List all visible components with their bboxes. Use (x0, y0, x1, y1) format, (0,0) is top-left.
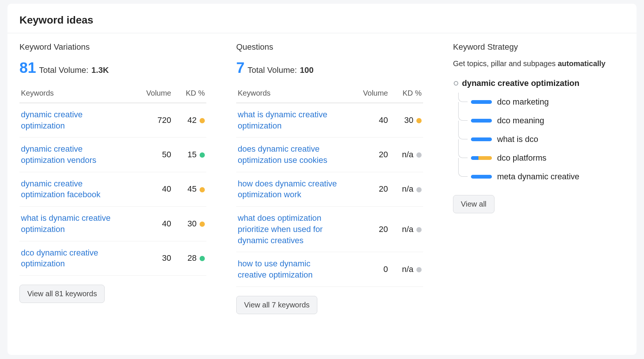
th-kd: KD % (173, 85, 206, 103)
keyword-ideas-card: Keyword ideas Keyword Variations 81 Tota… (7, 4, 637, 355)
questions-column: Questions 7 Total Volume: 100 Keywords V… (236, 42, 423, 314)
kd-value: 28 (188, 253, 197, 263)
keyword-link[interactable]: what is dynamic creative optimization (238, 109, 339, 131)
table-row: how does dynamic creative optimization w… (236, 172, 423, 206)
strategy-children: dco marketingdco meaningwhat is dcodco p… (456, 93, 625, 186)
keyword-link[interactable]: dynamic creative optimization (21, 109, 122, 131)
variations-count[interactable]: 81 (19, 59, 36, 76)
variations-table: Keywords Volume KD % dynamic creative op… (19, 85, 206, 276)
kd-value: 42 (188, 115, 197, 125)
strategy-subtitle-bold: automatically (558, 59, 606, 68)
kd-cell: 30 (173, 207, 206, 241)
keyword-link[interactable]: dynamic creative optimization vendors (21, 143, 122, 165)
strategy-item-label: meta dynamic creative (497, 172, 579, 182)
strategy-item-label: what is dco (497, 134, 538, 144)
keyword-link[interactable]: what does optimization prioritize when u… (238, 213, 339, 246)
difficulty-bar-icon (471, 100, 492, 104)
questions-title: Questions (236, 42, 423, 52)
difficulty-bar-icon (471, 119, 492, 123)
view-all-strategy-button[interactable]: View all (453, 195, 494, 213)
kd-cell: 15 (173, 137, 206, 172)
questions-count[interactable]: 7 (236, 59, 244, 76)
table-row: what does optimization prioritize when u… (236, 207, 423, 252)
kd-cell: n/a (389, 207, 423, 252)
volume-cell: 40 (139, 207, 173, 241)
strategy-item[interactable]: what is dco (456, 130, 625, 149)
kd-value: 30 (404, 115, 413, 125)
keyword-link[interactable]: how to use dynamic creative optimization (238, 258, 339, 280)
kd-value: n/a (402, 225, 413, 234)
volume-cell: 20 (356, 137, 389, 172)
variations-title: Keyword Variations (19, 42, 206, 52)
difficulty-bar-icon (471, 137, 492, 141)
strategy-item[interactable]: meta dynamic creative (456, 167, 625, 186)
kd-value: 15 (188, 150, 197, 159)
kd-value: n/a (402, 150, 413, 159)
strategy-title: Keyword Strategy (453, 42, 625, 52)
difficulty-bar-icon (471, 175, 492, 179)
keyword-link[interactable]: dynamic creative optimization facebook (21, 178, 122, 200)
volume-cell: 40 (356, 103, 389, 137)
kd-cell: 28 (173, 241, 206, 275)
kd-dot-icon (200, 187, 205, 192)
kd-cell: 45 (173, 172, 206, 206)
th-kd: KD % (389, 85, 423, 103)
strategy-item-label: dco platforms (497, 153, 546, 163)
keyword-link[interactable]: does dynamic creative optimization use c… (238, 143, 339, 165)
keyword-link[interactable]: what is dynamic creative optimization (21, 213, 122, 235)
root-dot-icon (454, 81, 458, 86)
kd-dot-icon (416, 118, 422, 123)
th-volume: Volume (356, 85, 389, 103)
th-keywords: Keywords (19, 85, 139, 103)
table-row: dynamic creative optimization facebook40… (19, 172, 206, 206)
strategy-item[interactable]: dco platforms (456, 149, 625, 167)
table-row: what is dynamic creative optimization403… (236, 103, 423, 137)
variations-summary: 81 Total Volume: 1.3K (19, 59, 206, 76)
strategy-root-label: dynamic creative optimization (462, 78, 579, 88)
card-header: Keyword ideas (7, 4, 637, 33)
strategy-column: Keyword Strategy Get topics, pillar and … (453, 42, 625, 314)
table-row: how to use dynamic creative optimization… (236, 252, 423, 287)
volume-cell: 0 (356, 252, 389, 287)
th-volume: Volume (139, 85, 173, 103)
kd-cell: n/a (389, 252, 423, 287)
kd-value: 45 (188, 184, 197, 194)
kd-cell: 30 (389, 103, 423, 137)
volume-cell: 20 (356, 207, 389, 252)
strategy-item-label: dco marketing (497, 97, 549, 107)
columns-wrap: Keyword Variations 81 Total Volume: 1.3K… (7, 33, 637, 314)
volume-cell: 40 (139, 172, 173, 206)
strategy-subtitle: Get topics, pillar and subpages automati… (453, 59, 625, 68)
kd-value: n/a (402, 264, 413, 274)
variations-volume-value: 1.3K (92, 65, 109, 75)
keyword-link[interactable]: how does dynamic creative optimization w… (238, 178, 339, 200)
strategy-root: dynamic creative optimization (454, 78, 625, 88)
kd-dot-icon (416, 152, 422, 158)
kd-dot-icon (200, 222, 205, 227)
kd-value: 30 (188, 219, 197, 228)
strategy-item[interactable]: dco meaning (456, 111, 625, 130)
keyword-link[interactable]: dco dynamic creative optimization (21, 247, 122, 269)
table-row: dynamic creative optimization vendors501… (19, 137, 206, 172)
kd-dot-icon (200, 118, 205, 123)
kd-dot-icon (416, 187, 422, 192)
volume-cell: 30 (139, 241, 173, 275)
view-all-questions-button[interactable]: View all 7 keywords (236, 296, 317, 314)
table-row: dco dynamic creative optimization3028 (19, 241, 206, 275)
kd-value: n/a (402, 184, 413, 194)
questions-table: Keywords Volume KD % what is dynamic cre… (236, 85, 423, 287)
view-all-variations-button[interactable]: View all 81 keywords (19, 285, 105, 303)
volume-cell: 20 (356, 172, 389, 206)
th-keywords: Keywords (236, 85, 356, 103)
questions-volume-label: Total Volume: (247, 65, 297, 75)
kd-dot-icon (200, 152, 205, 158)
variations-column: Keyword Variations 81 Total Volume: 1.3K… (19, 42, 206, 314)
kd-cell: n/a (389, 172, 423, 206)
questions-summary: 7 Total Volume: 100 (236, 59, 423, 76)
volume-cell: 50 (139, 137, 173, 172)
difficulty-bar-icon (471, 156, 492, 160)
strategy-subtitle-pre: Get topics, pillar and subpages (453, 59, 558, 68)
page-title: Keyword ideas (19, 14, 625, 26)
kd-cell: n/a (389, 137, 423, 172)
strategy-item[interactable]: dco marketing (456, 93, 625, 111)
